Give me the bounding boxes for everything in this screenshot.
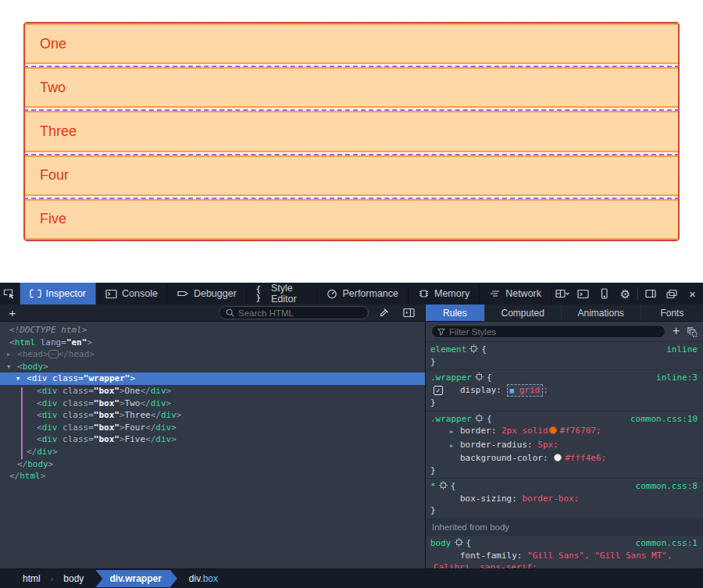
classes-panel-button[interactable] <box>687 326 698 337</box>
responsive-design-mode-button[interactable] <box>594 283 615 305</box>
css-property[interactable]: display: ▦ grid; <box>430 384 698 397</box>
rule-element[interactable]: element{inline } <box>426 341 703 369</box>
grid-box: Five <box>25 199 678 240</box>
grid-highlighter-toggle[interactable]: ▦ grid <box>507 384 544 397</box>
breadcrumb: html › body div.wrapper div.box <box>0 568 703 588</box>
css-property[interactable]: font-family: "Gill Sans", "Gill Sans MT"… <box>430 550 698 569</box>
color-swatch[interactable] <box>554 454 562 461</box>
rule-wrapper-common[interactable]: .wrapper{common.css:10 ▶border: 2px soli… <box>426 411 703 479</box>
breadcrumb-html[interactable]: html <box>12 573 51 584</box>
markup-view[interactable]: <!DOCTYPE html> <html lang="en"> ▶<head>… <box>0 322 426 568</box>
tab-computed[interactable]: Computed <box>485 305 562 321</box>
tab-animations[interactable]: Animations <box>562 305 641 321</box>
box-label: Four <box>40 167 69 184</box>
dock-side-button[interactable] <box>640 283 661 305</box>
markup-line-box[interactable]: <div class="box">Two</div> <box>0 397 425 410</box>
tab-performance[interactable]: Performance <box>317 283 409 305</box>
tab-fonts[interactable]: Fonts <box>641 305 703 321</box>
rule-source[interactable]: inline <box>666 344 698 356</box>
markup-line-wrapper-selected[interactable]: ▼<div class="wrapper"> <box>0 372 425 385</box>
rules-filter-row: + <box>426 322 703 341</box>
breadcrumb-div-wrapper-selected[interactable]: div.wrapper <box>95 570 177 587</box>
select-iframe-button[interactable] <box>551 283 573 305</box>
pick-element-button[interactable] <box>0 283 20 305</box>
create-node-button[interactable]: + <box>6 306 19 319</box>
network-icon <box>489 289 501 298</box>
expand-longhand-icon[interactable]: ▶ <box>450 440 460 453</box>
add-rule-button[interactable]: + <box>673 326 680 337</box>
markup-line-box[interactable]: <div class="box">Five</div> <box>0 433 425 446</box>
style-editor-icon: { } <box>256 285 266 302</box>
browser-viewport: One Two Three Four Five <box>0 0 703 283</box>
markup-line-html[interactable]: <html lang="en"> <box>0 337 425 349</box>
rule-wrapper-inline[interactable]: .wrapper{inline:3 ✓ display: ▦ grid; } <box>426 369 703 411</box>
tab-memory[interactable]: Memory <box>409 283 480 305</box>
memory-icon <box>418 288 430 299</box>
tab-inspector[interactable]: Inspector <box>20 283 96 305</box>
devtools-panel: Inspector Console Debugger { } Style Edi… <box>0 283 703 588</box>
markup-line-box[interactable]: <div class="box">Three</div> <box>0 409 425 422</box>
tab-label: Inspector <box>46 288 86 299</box>
devtools-tabbar: Inspector Console Debugger { } Style Edi… <box>0 283 703 305</box>
tab-label: Debugger <box>194 288 237 299</box>
close-icon[interactable]: × <box>682 283 703 305</box>
tab-network[interactable]: Network <box>480 283 551 305</box>
markup-line-body[interactable]: ▼<body> <box>0 361 425 373</box>
collapse-arrow-icon[interactable]: ▼ <box>16 373 20 386</box>
highlight-target-icon[interactable] <box>439 481 448 490</box>
css-property[interactable]: background-color: #fff4e6; <box>430 452 698 465</box>
filter-styles-box[interactable] <box>431 325 666 338</box>
tab-label: Performance <box>342 288 398 299</box>
css-property[interactable]: box-sizing: border-box; <box>430 493 698 505</box>
markup-line-close-html[interactable]: </html> <box>0 470 425 483</box>
grid-box: Three <box>25 111 678 151</box>
tab-rules[interactable]: Rules <box>426 305 485 321</box>
tab-style-editor[interactable]: { } Style Editor <box>247 283 318 305</box>
collapse-arrow-icon[interactable]: ▼ <box>7 362 10 374</box>
markup-toolbar: + <box>0 305 426 321</box>
separate-window-button[interactable] <box>661 283 682 305</box>
css-property[interactable]: ▶border-radius: 5px; <box>430 439 698 453</box>
rule-source[interactable]: inline:3 <box>656 372 698 384</box>
grid-wrapper: One Two Three Four Five <box>23 22 680 241</box>
highlight-target-icon[interactable] <box>475 372 484 381</box>
split-console-button[interactable] <box>573 283 594 305</box>
property-enabled-checkbox[interactable]: ✓ <box>434 386 443 395</box>
markup-line-doctype[interactable]: <!DOCTYPE html> <box>0 324 425 337</box>
debugger-icon <box>177 289 189 298</box>
three-pane-toggle-button[interactable] <box>398 308 419 318</box>
search-icon <box>226 308 234 317</box>
highlight-target-icon[interactable] <box>475 414 484 422</box>
markup-line-close-div[interactable]: </div> <box>0 446 425 458</box>
filter-styles-input[interactable] <box>449 327 659 337</box>
markup-line-box[interactable]: <div class="box">One</div> <box>0 385 425 397</box>
markup-line-box[interactable]: <div class="box">Four</div> <box>0 422 425 434</box>
breadcrumb-body[interactable]: body <box>53 573 94 584</box>
expand-longhand-icon[interactable]: ▶ <box>450 426 460 439</box>
rule-source[interactable]: common.css:10 <box>630 413 698 426</box>
color-swatch[interactable] <box>549 426 557 434</box>
tab-debugger[interactable]: Debugger <box>168 283 247 305</box>
search-input[interactable] <box>238 308 362 318</box>
tab-console[interactable]: Console <box>96 283 168 305</box>
rule-source[interactable]: common.css:8 <box>636 480 698 493</box>
inline-ellipsis-icon[interactable]: ⋯ <box>48 350 59 358</box>
rule-body[interactable]: body{common.css:1 font-family: "Gill San… <box>426 536 703 568</box>
eyedropper-button[interactable] <box>373 308 394 319</box>
markup-line-close-body[interactable]: </body> <box>0 458 425 471</box>
markup-line-head[interactable]: ▶<head>⋯</head> <box>0 348 425 361</box>
grid-box: Two <box>25 67 678 108</box>
highlight-target-icon[interactable] <box>469 344 478 353</box>
performance-icon <box>327 288 337 299</box>
breadcrumb-div-box[interactable]: div.box <box>179 573 228 584</box>
css-property[interactable]: ▶border: 2px solid#f76707; <box>430 425 698 439</box>
expand-arrow-icon[interactable]: ▶ <box>7 349 10 362</box>
settings-gear-icon[interactable]: ⚙ <box>615 283 636 305</box>
rule-source[interactable]: common.css:1 <box>636 537 698 550</box>
highlight-target-icon[interactable] <box>455 538 463 547</box>
toolbar-divider <box>637 287 638 300</box>
rule-universal[interactable]: *{common.css:8 box-sizing: border-box; } <box>426 478 703 519</box>
inspector-content: <!DOCTYPE html> <html lang="en"> ▶<head>… <box>0 322 703 568</box>
inspector-toolbar: + Rules <box>0 305 703 322</box>
search-html-box[interactable] <box>219 306 369 319</box>
